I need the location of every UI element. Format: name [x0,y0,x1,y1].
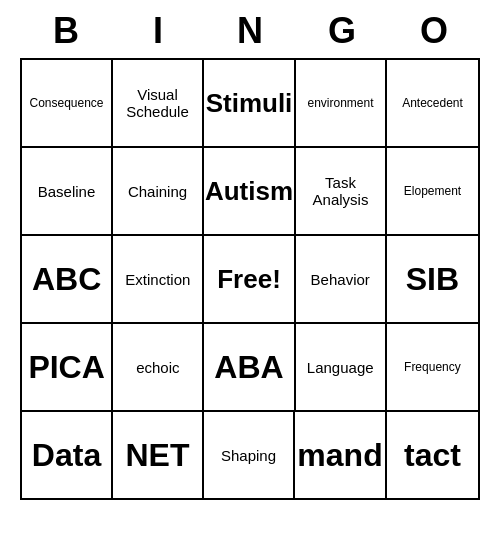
bingo-row: ABCExtinctionFree!BehaviorSIB [22,234,478,322]
bingo-cell: Shaping [204,412,295,498]
bingo-cell: Consequence [22,60,113,146]
bingo-cell: echoic [113,324,204,410]
header-letter: G [300,10,384,52]
bingo-cell: Stimuli [204,60,296,146]
header-letter: O [392,10,476,52]
bingo-cell: Data [22,412,113,498]
header-letter: B [24,10,108,52]
bingo-cell: Elopement [387,148,478,234]
bingo-cell: Visual Schedule [113,60,204,146]
bingo-cell: Autism [204,148,296,234]
bingo-cell: PICA [22,324,113,410]
bingo-row: ConsequenceVisual ScheduleStimulienviron… [22,60,478,146]
bingo-cell: Chaining [113,148,204,234]
bingo-row: PICAechoicABALanguageFrequency [22,322,478,410]
bingo-row: DataNETShapingmandtact [22,410,478,498]
header-letter: N [208,10,292,52]
bingo-header: BINGO [20,0,480,58]
bingo-cell: mand [295,412,387,498]
bingo-cell: ABC [22,236,113,322]
bingo-row: BaselineChainingAutismTask AnalysisElope… [22,146,478,234]
bingo-cell: Task Analysis [296,148,387,234]
bingo-cell: environment [296,60,387,146]
bingo-cell: Behavior [296,236,387,322]
header-letter: I [116,10,200,52]
bingo-cell: Baseline [22,148,113,234]
bingo-cell: Frequency [387,324,478,410]
bingo-grid: ConsequenceVisual ScheduleStimulienviron… [20,58,480,500]
bingo-cell: Extinction [113,236,204,322]
bingo-cell: Language [296,324,387,410]
bingo-cell: NET [113,412,204,498]
bingo-cell: tact [387,412,478,498]
bingo-cell: Free! [204,236,295,322]
bingo-cell: ABA [204,324,295,410]
bingo-cell: SIB [387,236,478,322]
bingo-cell: Antecedent [387,60,478,146]
